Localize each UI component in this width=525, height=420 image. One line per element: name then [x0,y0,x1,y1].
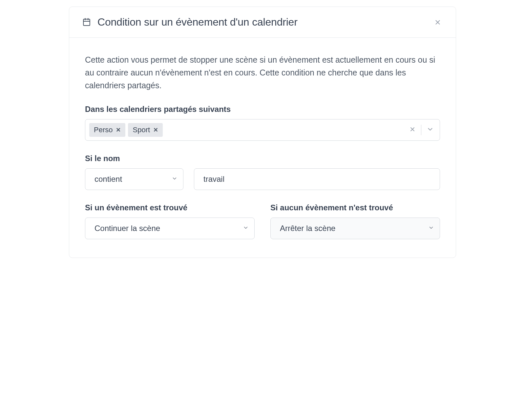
tag-item: Sport ✕ [128,123,163,137]
card-header: Condition sur un évènement d'un calendri… [69,7,456,38]
event-found-select[interactable]: Continuer la scène [85,218,255,239]
operator-select-wrap: contient [85,168,183,190]
condition-calendar-card: Condition sur un évènement d'un calendri… [69,7,456,258]
calendars-multiselect[interactable]: Perso ✕ Sport ✕ [85,119,440,141]
divider [421,125,421,135]
description-text: Cette action vous permet de stopper une … [85,53,440,92]
no-event-found-select-wrap: Arrêter la scène [270,218,440,239]
card-title: Condition sur un évènement d'un calendri… [97,16,433,28]
tag-label: Perso [94,126,113,134]
chevron-down-icon[interactable] [427,126,434,134]
tag-remove-icon[interactable]: ✕ [116,126,121,134]
event-found-select-wrap: Continuer la scène [85,218,255,239]
close-button[interactable] [433,17,443,27]
tag-item: Perso ✕ [89,123,125,137]
event-found-value: Continuer la scène [94,224,160,233]
result-actions-row: Si un évènement est trouvé Continuer la … [85,203,440,239]
no-event-found-select[interactable]: Arrêter la scène [270,218,440,239]
clear-all-icon[interactable] [409,126,416,134]
tag-remove-icon[interactable]: ✕ [153,126,158,134]
event-found-label: Si un évènement est trouvé [85,203,255,212]
name-value-input[interactable] [194,168,440,190]
svg-rect-0 [83,19,90,26]
calendars-label: Dans les calendriers partagés suivants [85,105,440,114]
name-filter-row: contient [85,168,440,190]
name-filter-label: Si le nom [85,154,440,163]
no-event-found-label: Si aucun évènement n'est trouvé [270,203,440,212]
selected-tags: Perso ✕ Sport ✕ [89,123,407,137]
event-found-col: Si un évènement est trouvé Continuer la … [85,203,255,239]
no-event-found-col: Si aucun évènement n'est trouvé Arrêter … [270,203,440,239]
calendar-icon [82,18,91,28]
no-event-found-value: Arrêter la scène [280,224,335,233]
multiselect-actions [409,125,436,135]
operator-value: contient [94,175,122,184]
operator-select[interactable]: contient [85,168,183,190]
card-body: Cette action vous permet de stopper une … [69,38,456,258]
tag-label: Sport [133,126,150,134]
